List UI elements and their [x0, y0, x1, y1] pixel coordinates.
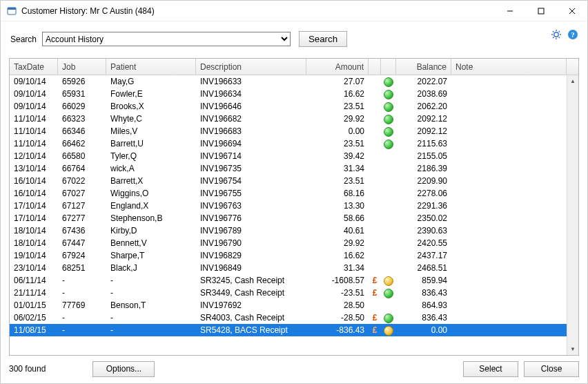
- cell-job: 66580: [58, 150, 106, 162]
- cell-amount: 39.42: [306, 150, 369, 162]
- search-button[interactable]: Search: [299, 31, 347, 47]
- cell-amount: 23.51: [306, 175, 369, 187]
- cell-job: 67924: [58, 249, 106, 262]
- search-label: Search: [9, 35, 42, 44]
- cell-description: INV197692: [196, 299, 306, 311]
- table-row[interactable]: 13/10/1466764wick,AINV19673531.342186.39: [10, 162, 578, 175]
- cell-balance: 2038.69: [396, 88, 451, 100]
- table-row[interactable]: 18/10/1467447Bennett,VINV19679029.922420…: [10, 237, 578, 249]
- cell-job: 67022: [58, 175, 106, 187]
- cell-patient: Kirby,D: [106, 224, 196, 237]
- table-row[interactable]: 21/11/14--SR3449, Cash Receipt-23.51£836…: [10, 287, 578, 299]
- cell-job: 68251: [58, 262, 106, 274]
- table-row[interactable]: 17/10/1467277Stephenson,BINV19677658.662…: [10, 212, 578, 224]
- table-row[interactable]: 09/10/1465931Fowler,EINV19663416.622038.…: [10, 88, 578, 100]
- table-row[interactable]: 11/10/1466462Barrett,UINV19669423.512115…: [10, 137, 578, 150]
- minimize-button[interactable]: [494, 1, 525, 21]
- cell-taxdate: 09/10/14: [10, 75, 58, 88]
- cell-job: -: [58, 324, 106, 336]
- col-balance[interactable]: Balance: [396, 59, 451, 75]
- app-icon: [6, 6, 17, 17]
- cell-balance: 0.00: [396, 324, 451, 336]
- close-button[interactable]: Close: [524, 361, 579, 377]
- cell-taxdate: 11/10/14: [10, 137, 58, 150]
- cell-status-icon: [381, 137, 396, 150]
- select-button[interactable]: Select: [463, 361, 518, 377]
- col-scroll-spacer: [567, 59, 578, 75]
- cell-job: 66462: [58, 137, 106, 150]
- col-job[interactable]: Job: [58, 59, 106, 75]
- cell-patient: -: [106, 274, 196, 287]
- settings-icon[interactable]: [550, 28, 562, 41]
- table-row[interactable]: 09/10/1466029Brooks,XINV19664623.512062.…: [10, 100, 578, 113]
- scroll-down-icon[interactable]: ▼: [568, 343, 578, 355]
- cell-status-icon: [381, 324, 396, 336]
- cell-taxdate: 09/10/14: [10, 100, 58, 113]
- table-row[interactable]: 12/10/1466580Tyler,QINV19671439.422155.0…: [10, 150, 578, 162]
- cell-description: INV196714: [196, 150, 306, 162]
- cell-amount: 29.92: [306, 113, 369, 125]
- cell-balance: 2092.12: [396, 125, 451, 137]
- cell-patient: Sharpe,T: [106, 249, 196, 262]
- cell-description: INV196763: [196, 200, 306, 212]
- cell-taxdate: 18/10/14: [10, 224, 58, 237]
- table-row[interactable]: 18/10/1467436Kirby,DINV19678940.612390.6…: [10, 224, 578, 237]
- cell-description: INV196683: [196, 125, 306, 137]
- cell-job: 67447: [58, 237, 106, 249]
- table-row[interactable]: 16/10/1467022Barrett,XINV19675423.512209…: [10, 175, 578, 187]
- cell-description: INV196754: [196, 175, 306, 187]
- search-type-select[interactable]: Account History: [42, 32, 291, 46]
- cell-patient: -: [106, 311, 196, 324]
- svg-line-14: [559, 31, 560, 32]
- cell-status-icon: [381, 311, 396, 324]
- cell-job: 67277: [58, 212, 106, 224]
- cell-amount: 0.00: [306, 125, 369, 137]
- cell-balance: 2420.55: [396, 237, 451, 249]
- col-description[interactable]: Description: [196, 59, 306, 75]
- cell-balance: 2092.12: [396, 113, 451, 125]
- cell-pound-icon: £: [369, 324, 381, 336]
- table-row[interactable]: 09/10/1465926May,GINV19663327.072022.07: [10, 75, 578, 88]
- table-row[interactable]: 01/01/1577769Benson,TINV19769228.50864.9…: [10, 299, 578, 311]
- cell-job: 67127: [58, 200, 106, 212]
- maximize-button[interactable]: [525, 1, 556, 21]
- vertical-scrollbar[interactable]: ▲ ▼: [567, 75, 578, 355]
- table-row[interactable]: 06/11/14--SR3245, Cash Receipt-1608.57£8…: [10, 274, 578, 287]
- table-row[interactable]: 23/10/1468251Black,JINV19684931.342468.5…: [10, 262, 578, 274]
- col-taxdate[interactable]: TaxDate: [10, 59, 58, 75]
- options-button[interactable]: Options...: [92, 361, 155, 377]
- table-row[interactable]: 06/02/15--SR4003, Cash Receipt-28.50£836…: [10, 311, 578, 324]
- cell-taxdate: 11/08/15: [10, 324, 58, 336]
- table-row[interactable]: 17/10/1467127England,XINV19676313.302291…: [10, 200, 578, 212]
- cell-status-icon: [381, 113, 396, 125]
- cell-balance: 2022.07: [396, 75, 451, 88]
- cell-description: INV196735: [196, 162, 306, 175]
- col-amount[interactable]: Amount: [306, 59, 369, 75]
- cell-taxdate: 17/10/14: [10, 212, 58, 224]
- record-count-status: 300 found: [9, 364, 87, 374]
- cell-patient: Bennett,V: [106, 237, 196, 249]
- scroll-up-icon[interactable]: ▲: [568, 75, 578, 87]
- cell-pound-icon: £: [369, 311, 381, 324]
- cell-patient: -: [106, 287, 196, 299]
- close-window-button[interactable]: [556, 1, 587, 21]
- cell-taxdate: 06/02/15: [10, 311, 58, 324]
- cell-amount: 29.92: [306, 237, 369, 249]
- table-row[interactable]: 16/10/1467027Wiggins,OINV19675568.162278…: [10, 187, 578, 200]
- table-row[interactable]: 19/10/1467924Sharpe,TINV19682916.622437.…: [10, 249, 578, 262]
- cell-pound-icon: £: [369, 287, 381, 299]
- cell-status-icon: [381, 125, 396, 137]
- cell-balance: 2437.17: [396, 249, 451, 262]
- cell-balance: 2278.06: [396, 187, 451, 200]
- cell-description: INV196646: [196, 100, 306, 113]
- table-row[interactable]: 11/08/15--SR5428, BACS Receipt-836.43£0.…: [10, 324, 578, 336]
- col-patient[interactable]: Patient: [106, 59, 196, 75]
- col-note[interactable]: Note: [451, 59, 567, 75]
- help-icon[interactable]: ?: [567, 28, 579, 41]
- cell-balance: 836.43: [396, 311, 451, 324]
- cell-amount: 13.30: [306, 200, 369, 212]
- svg-point-6: [554, 32, 558, 37]
- cell-job: -: [58, 287, 106, 299]
- table-row[interactable]: 11/10/1466346Miles,VINV1966830.002092.12: [10, 125, 578, 137]
- table-row[interactable]: 11/10/1466323Whyte,CINV19668229.922092.1…: [10, 113, 578, 125]
